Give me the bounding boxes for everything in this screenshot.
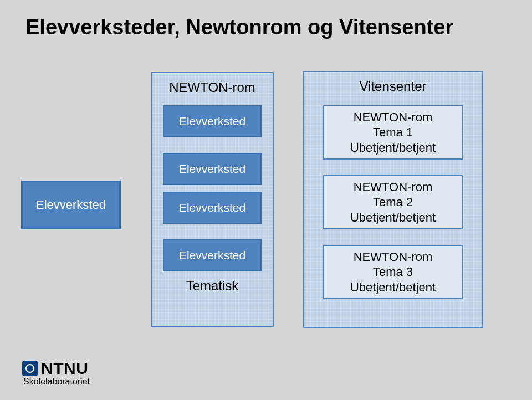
logo-subtitle: Skolelaboratoriet <box>23 377 90 387</box>
elevverksted-box: Elevverksted <box>163 153 262 185</box>
tema-line: Tema 1 <box>373 125 413 140</box>
footer-logo-block: NTNU Skolelaboratoriet <box>22 359 90 387</box>
newton-rom-tema-box: NEWTON-rom Tema 2 Ubetjent/betjent <box>323 175 463 229</box>
tema-line: Tema 2 <box>373 194 413 210</box>
tema-line: NEWTON-rom <box>354 249 433 265</box>
elevverksted-label: Elevverksted <box>179 115 245 128</box>
page-title: Elevverksteder, Newtonrom og Vitensenter <box>25 16 453 39</box>
elevverksted-box: Elevverksted <box>163 105 262 137</box>
ntnu-logo-text: NTNU <box>41 359 88 378</box>
ntnu-logo-icon <box>22 361 38 376</box>
tema-line: Ubetjent/betjent <box>350 210 436 225</box>
elevverksted-label: Elevverksted <box>179 162 245 176</box>
tema-line: Tema 3 <box>373 264 413 280</box>
elevverksted-label: Elevverksted <box>179 201 245 214</box>
elevverksted-box: Elevverksted <box>163 239 262 271</box>
tema-line: Ubetjent/betjent <box>350 140 436 156</box>
logo-row: NTNU <box>22 359 90 378</box>
elevverksted-box: Elevverksted <box>163 192 262 224</box>
newton-rom-column: NEWTON-rom Elevverksted Elevverksted Ele… <box>151 72 274 327</box>
elevverksted-standalone-label: Elevverksted <box>36 198 106 212</box>
newton-rom-tema-box: NEWTON-rom Tema 1 Ubetjent/betjent <box>323 105 463 160</box>
tema-line: NEWTON-rom <box>354 180 433 195</box>
tema-line: NEWTON-rom <box>354 110 433 125</box>
elevverksted-label: Elevverksted <box>179 249 245 262</box>
tematisk-label: Tematisk <box>152 278 273 294</box>
tema-line: Ubetjent/betjent <box>350 280 436 295</box>
newton-rom-tema-box: NEWTON-rom Tema 3 Ubetjent/betjent <box>323 245 463 299</box>
newton-rom-header: NEWTON-rom <box>152 73 273 99</box>
elevverksted-standalone-box: Elevverksted <box>21 181 121 229</box>
vitensenter-column: Vitensenter NEWTON-rom Tema 1 Ubetjent/b… <box>303 71 483 328</box>
vitensenter-header: Vitensenter <box>304 72 482 98</box>
